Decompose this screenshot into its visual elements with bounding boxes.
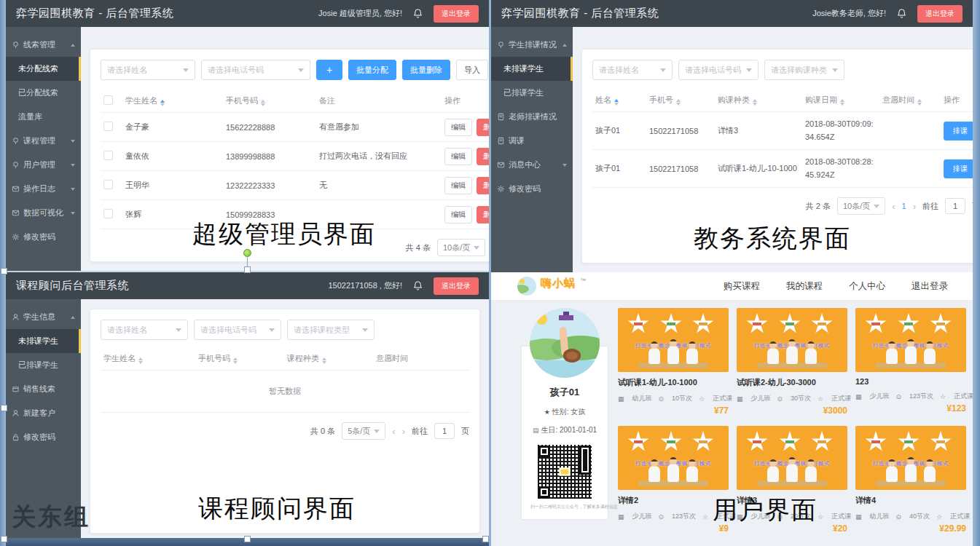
filter-phone-select[interactable]: 请选择电话号码 (201, 60, 310, 80)
sidebar-item-op-log[interactable]: 操作日志 (6, 177, 81, 201)
nav-logout[interactable]: 退出登录 (912, 280, 948, 293)
filter-course-type-select[interactable]: 请选择课程类型 (287, 320, 375, 340)
nav-profile-center[interactable]: 个人中心 (849, 280, 885, 293)
logout-button[interactable]: 退出登录 (434, 277, 479, 295)
sidebar-item-data-viz[interactable]: 数据可视化 (6, 201, 81, 225)
sort-icon[interactable] (614, 99, 619, 106)
resize-handle-top-left[interactable] (1, 268, 7, 274)
course-card[interactable]: 打造全新概念的围棋学习模式 试听课2-幼儿-30-3000 少儿班30节次正式课… (737, 308, 847, 416)
sort-icon[interactable] (261, 100, 265, 106)
sidebar-item-reschedule[interactable]: 调课 (491, 129, 573, 153)
resize-handle-bottom-right[interactable] (482, 536, 489, 542)
delete-button[interactable]: 删除 (477, 177, 489, 194)
row-checkbox[interactable] (103, 151, 113, 160)
course-card[interactable]: 打造全新概念的围棋学习模式 试听课1-幼儿-10-1000 幼儿班10节次正式课… (618, 308, 729, 416)
sidebar-item-student-info[interactable]: 学生信息 (6, 305, 81, 329)
sidebar-item-unassigned-clues[interactable]: 未分配线索 (6, 57, 81, 81)
import-button[interactable]: 导入 (456, 60, 488, 80)
course-image[interactable]: 打造全新概念的围棋学习模式 (855, 426, 966, 490)
page-size-select[interactable]: 10条/页 (837, 197, 885, 215)
edit-button[interactable]: 编辑 (444, 119, 472, 136)
sort-icon[interactable] (676, 99, 681, 106)
batch-delete-button[interactable]: 批量删除 (402, 60, 450, 80)
filter-name-select[interactable]: 请选择姓名 (101, 320, 188, 340)
resize-handle-bottom[interactable] (244, 536, 251, 542)
goto-page-input[interactable] (945, 198, 965, 214)
bell-icon[interactable] (896, 7, 907, 20)
bell-icon[interactable] (412, 280, 423, 292)
sidebar-item-scheduled-students[interactable]: 已排课学生 (6, 353, 81, 377)
table-row: 孩子01 15022171058 试听课1-幼儿-10-1000 2018-08… (592, 150, 973, 188)
filter-name-select[interactable]: 请选择姓名 (592, 60, 673, 80)
goto-page-input[interactable] (434, 423, 455, 439)
sort-icon[interactable] (160, 100, 165, 106)
sidebar-item-unscheduled-students[interactable]: 未排课学生 (491, 57, 573, 81)
course-image[interactable]: 打造全新概念的围棋学习模式 (855, 308, 966, 372)
filter-phone-select[interactable]: 请选择电话号码 (194, 320, 281, 340)
row-checkbox[interactable] (103, 122, 113, 131)
prev-page-button[interactable] (892, 201, 895, 212)
course-image[interactable]: 打造全新概念的围棋学习模式 (618, 426, 729, 490)
chevron-up-icon (71, 316, 75, 319)
sidebar-item-clue-mgmt[interactable]: 线索管理 (6, 33, 81, 57)
next-page-button[interactable] (913, 201, 916, 212)
sidebar-item-new-customer[interactable]: 新建客户 (6, 401, 81, 425)
nav-my-courses[interactable]: 我的课程 (786, 280, 823, 293)
sort-icon[interactable] (138, 357, 143, 364)
resize-handle-top[interactable] (244, 266, 251, 273)
nav-buy-courses[interactable]: 购买课程 (724, 280, 760, 293)
class-level-icon (618, 395, 626, 403)
sidebar-item-student-schedule[interactable]: 学生排课情况 (491, 33, 573, 57)
sidebar-item-sales-leads[interactable]: 销售线索 (6, 377, 81, 401)
sidebar-item-message-center[interactable]: 消息中心 (491, 153, 573, 177)
sidebar-item-change-password[interactable]: 修改密码 (6, 225, 81, 249)
schedule-button[interactable]: 排课 (944, 122, 973, 141)
batch-assign-button[interactable]: 批量分配 (348, 60, 396, 80)
logout-button[interactable]: 退出登录 (917, 5, 963, 23)
sidebar-item-user-mgmt[interactable]: 用户管理 (6, 153, 81, 177)
filter-course-select[interactable]: 请选择购课种类 (764, 60, 844, 80)
edit-button[interactable]: 编辑 (444, 148, 472, 165)
sidebar-item-traffic-pool[interactable]: 流量库 (6, 105, 81, 129)
site-logo[interactable]: 嗨小蜗 ™ (517, 277, 586, 296)
course-title: 试听课1-幼儿-10-1000 (618, 377, 729, 388)
filter-phone-select[interactable]: 请选择电话号码 (678, 60, 758, 80)
course-image[interactable]: 打造全新概念的围棋学习模式 (618, 308, 729, 372)
sort-icon[interactable] (917, 99, 922, 106)
sidebar-item-unscheduled-students[interactable]: 未排课学生 (6, 329, 81, 353)
course-image[interactable]: 打造全新概念的围棋学习模式 (737, 426, 847, 490)
row-checkbox[interactable] (103, 209, 113, 218)
course-card[interactable]: 打造全新概念的围棋学习模式 123 少儿班123节次正式课 ¥123 (855, 308, 966, 416)
row-checkbox[interactable] (103, 180, 113, 189)
sidebar-item-course-mgmt[interactable]: 课程管理 (6, 129, 81, 153)
sort-icon[interactable] (840, 99, 844, 106)
filter-name-select[interactable]: 请选择姓名 (101, 60, 195, 80)
logout-button[interactable]: 退出登录 (434, 5, 479, 23)
resize-handle-left[interactable] (1, 405, 7, 411)
sort-icon[interactable] (233, 357, 238, 364)
prev-page-button[interactable] (392, 426, 395, 437)
rotate-handle[interactable] (243, 249, 251, 257)
delete-button[interactable]: 删除 (477, 148, 489, 165)
page-number[interactable]: 1 (902, 202, 906, 210)
sort-icon[interactable] (753, 99, 757, 106)
sidebar-item-change-password[interactable]: 修改密码 (491, 177, 573, 201)
add-button[interactable]: + (316, 60, 342, 80)
sidebar-item-scheduled-students[interactable]: 已排课学生 (491, 81, 573, 105)
delete-button[interactable]: 删除 (477, 119, 489, 136)
empty-state: 暂无数据 (101, 371, 469, 413)
schedule-button[interactable]: 排课 (944, 159, 973, 178)
sidebar-item-assigned-clues[interactable]: 已分配线索 (6, 81, 81, 105)
delete-button[interactable]: 删除 (477, 206, 489, 223)
sort-icon[interactable] (322, 357, 326, 364)
bell-icon[interactable] (412, 7, 423, 20)
next-page-button[interactable] (402, 426, 405, 437)
sidebar-item-teacher-schedule[interactable]: 老师排课情况 (491, 105, 573, 129)
course-image[interactable]: 打造全新概念的围棋学习模式 (737, 308, 847, 372)
select-all-checkbox[interactable] (103, 95, 113, 105)
resize-handle-bottom-left[interactable] (1, 536, 7, 542)
edit-button[interactable]: 编辑 (444, 177, 472, 194)
page-size-select[interactable]: 5条/页 (342, 422, 385, 440)
sidebar-item-change-password[interactable]: 修改密码 (6, 425, 81, 449)
profile-avatar (530, 308, 600, 378)
